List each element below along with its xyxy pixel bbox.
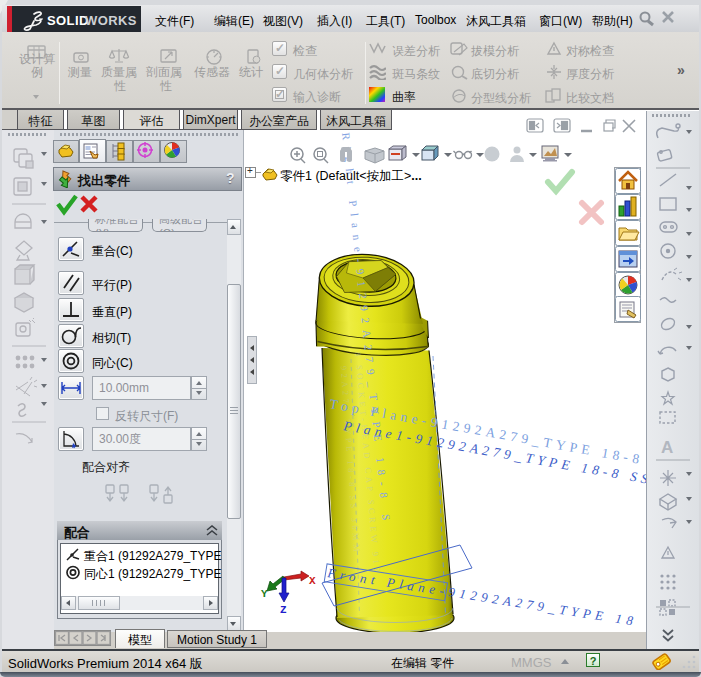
svg-text:Z: Z bbox=[280, 604, 287, 616]
svg-text:WORKS: WORKS bbox=[85, 13, 137, 28]
svg-text:Y: Y bbox=[261, 588, 268, 600]
svg-text:X: X bbox=[309, 575, 316, 587]
svg-text:A: A bbox=[661, 438, 673, 457]
svg-text:SOLID: SOLID bbox=[47, 13, 89, 28]
